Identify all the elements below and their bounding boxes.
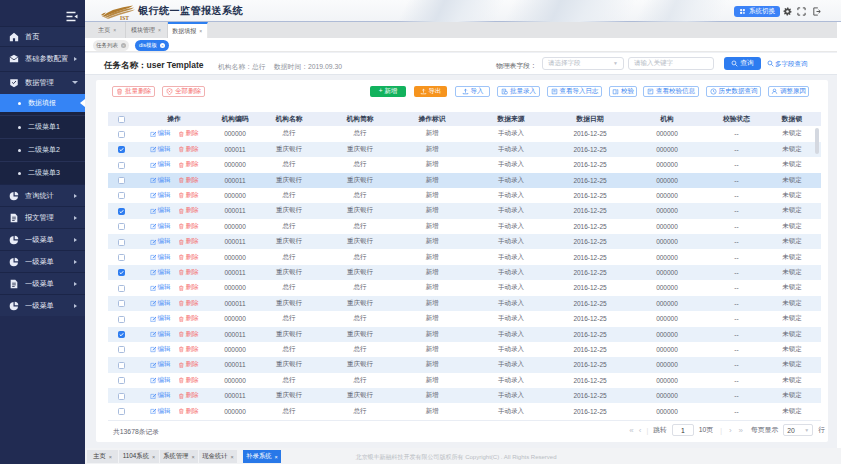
svg-text:IST: IST — [120, 15, 129, 21]
